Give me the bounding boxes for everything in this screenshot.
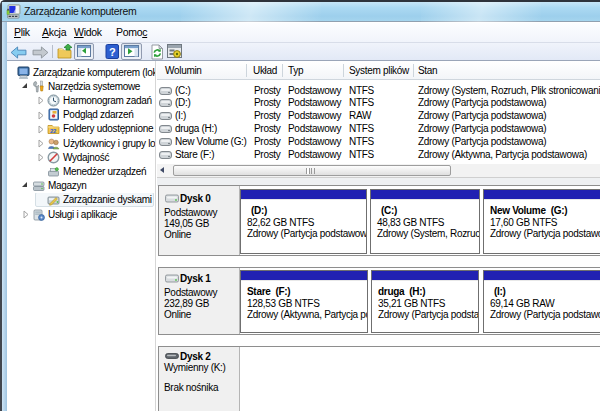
- svg-text:22: 22: [50, 128, 57, 134]
- svg-text:?: ?: [109, 46, 116, 58]
